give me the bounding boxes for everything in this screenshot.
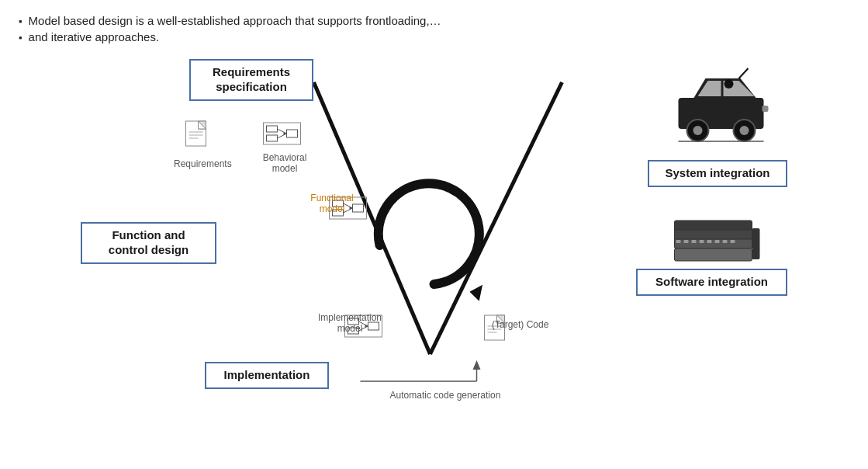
svg-marker-28 <box>199 121 206 129</box>
svg-rect-57 <box>700 240 704 243</box>
svg-marker-29 <box>199 121 206 129</box>
box-func-label: Function andcontrol design <box>109 228 188 256</box>
behavioral-model-label: Behavioral model <box>258 152 312 174</box>
svg-rect-56 <box>692 240 697 243</box>
svg-rect-62 <box>752 228 760 259</box>
svg-point-44 <box>693 126 703 135</box>
svg-rect-63 <box>675 221 752 230</box>
svg-rect-8 <box>267 135 278 141</box>
diagram-area: Requirementsspecification Function andco… <box>19 51 849 432</box>
svg-line-1 <box>431 82 562 354</box>
svg-point-50 <box>724 79 734 89</box>
bullet-2: and iterative approaches. <box>19 30 849 43</box>
svg-rect-52 <box>675 248 752 261</box>
svg-rect-58 <box>707 240 712 243</box>
svg-rect-55 <box>684 240 689 243</box>
svg-point-43 <box>687 120 709 141</box>
functional-model-label: Functional model <box>304 193 360 214</box>
svg-marker-4 <box>473 360 481 370</box>
box-req-label: Requirementsspecification <box>213 65 290 93</box>
svg-rect-6 <box>264 123 301 144</box>
requirements-specification-box: Requirementsspecification <box>189 59 313 101</box>
box-swint-label: Software integration <box>655 275 768 288</box>
svg-marker-40 <box>694 78 756 98</box>
svg-rect-9 <box>287 130 298 137</box>
bullets-section: Model based design is a well-established… <box>19 14 849 43</box>
system-integration-box: System integration <box>648 160 787 187</box>
svg-rect-51 <box>675 236 752 248</box>
svg-rect-27 <box>186 121 206 146</box>
svg-point-46 <box>740 126 749 135</box>
box-impl-label: Implementation <box>224 368 310 381</box>
svg-rect-59 <box>715 240 720 243</box>
software-integration-box: Software integration <box>636 269 787 296</box>
svg-line-49 <box>739 68 749 78</box>
svg-rect-54 <box>676 240 681 243</box>
box-sysint-label: System integration <box>665 166 769 179</box>
main-container: Model based design is a well-established… <box>0 0 868 469</box>
svg-marker-5 <box>469 285 485 303</box>
svg-rect-48 <box>763 106 769 112</box>
svg-point-45 <box>734 120 756 141</box>
svg-rect-7 <box>267 126 278 132</box>
implementation-box: Implementation <box>205 362 329 389</box>
auto-code-label: Automatic code generation <box>383 390 507 401</box>
svg-line-10 <box>278 129 287 134</box>
implementation-model-label: Implementation model <box>315 312 385 334</box>
svg-marker-41 <box>698 81 721 96</box>
target-code-label: (Target) Code <box>492 319 562 330</box>
svg-rect-60 <box>723 240 728 243</box>
bullet-1: Model based design is a well-established… <box>19 14 849 27</box>
svg-rect-53 <box>675 227 752 239</box>
svg-rect-39 <box>679 98 764 129</box>
svg-marker-12 <box>284 132 287 135</box>
svg-rect-61 <box>731 240 735 243</box>
svg-marker-42 <box>724 81 755 96</box>
function-control-design-box: Function andcontrol design <box>81 222 216 264</box>
svg-line-11 <box>278 134 287 138</box>
requirements-label: Requirements <box>174 158 220 169</box>
